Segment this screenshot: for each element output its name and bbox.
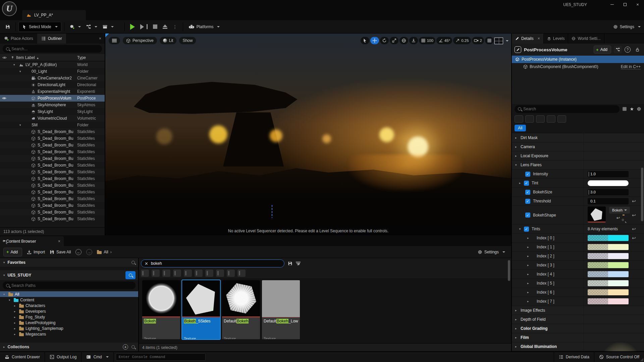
expander-icon[interactable]: ▾ <box>3 261 5 264</box>
checkbox[interactable]: ✓ <box>525 199 530 204</box>
filter-chip[interactable] <box>216 269 224 277</box>
details-section-header[interactable]: Dirt Mask <box>512 133 644 142</box>
tint-color-swatch[interactable] <box>588 180 629 186</box>
cinematics-dropdown[interactable] <box>100 22 116 32</box>
expander-icon[interactable]: ▸ <box>14 327 17 330</box>
expander-icon[interactable]: ▸ <box>3 345 5 349</box>
tint-color-swatch[interactable] <box>588 253 629 259</box>
expander-icon[interactable]: ▾ <box>9 298 12 302</box>
outliner-row[interactable]: S_Dead_Broom_Bu StaticMes <box>0 209 105 216</box>
details-section-header[interactable]: Camera <box>512 142 644 152</box>
details-section-header[interactable]: Global Illumination <box>512 342 644 351</box>
threshold-input[interactable]: 0.1 <box>588 198 629 204</box>
outliner-row[interactable]: SkyAtmosphere SkyAtmos <box>0 102 105 108</box>
play-options-button[interactable]: ⋮ <box>170 22 180 32</box>
source-control-button[interactable]: Source Control Off <box>594 352 644 362</box>
grid-snap-value[interactable]: 100 <box>427 39 433 43</box>
select-tool-button[interactable] <box>361 37 369 44</box>
property-row-bokehshape[interactable]: ✓ BokehShape Bokeh ↩ ↩ <box>512 206 644 225</box>
content-drawer-button[interactable]: Content Drawer <box>0 352 45 362</box>
all-filter-button[interactable]: All <box>515 125 526 131</box>
add-actor-dropdown[interactable] <box>67 22 84 32</box>
outliner-row[interactable]: S_Dead_Broom_Bu StaticMes <box>0 189 105 195</box>
rotation-snap-button[interactable]: 45° <box>436 37 452 44</box>
outliner-row[interactable]: S_Dead_Broom_Bu StaticMes <box>0 175 105 182</box>
tint-array-element[interactable]: ▸ Index [ 0 ] ↩ <box>512 234 644 243</box>
close-button[interactable]: × <box>631 0 644 9</box>
expander-icon[interactable]: ▾ <box>19 70 23 73</box>
expander-icon[interactable]: ▸ <box>14 321 17 324</box>
back-button[interactable]: ← <box>75 249 82 255</box>
bokehsize-input[interactable]: 3.0 <box>588 189 629 195</box>
category-chip[interactable] <box>557 115 566 123</box>
expander-icon[interactable] <box>515 136 519 139</box>
filter-chip[interactable] <box>195 269 203 277</box>
expander-icon[interactable]: ▸ <box>14 315 17 319</box>
scale-snap-button[interactable]: 0.25 <box>453 37 471 44</box>
expander-icon[interactable] <box>515 154 519 158</box>
tab-world-settings[interactable]: World Setti... <box>568 34 604 44</box>
expander-icon[interactable] <box>515 309 519 312</box>
scale-snap-value[interactable]: 0.25 <box>461 39 469 43</box>
outliner-row[interactable]: S_Dead_Broom_Bu StaticMes <box>0 195 105 202</box>
details-section-header[interactable]: Depth of Field <box>512 315 644 324</box>
asset-search-input[interactable]: ✕ <box>141 259 284 267</box>
folder-tree-item[interactable]: ▸ Megascans <box>0 331 138 337</box>
expander-icon[interactable]: ▾ <box>3 274 5 277</box>
tint-array-element[interactable]: ▸ Index [ 3 ] ↩ <box>512 261 644 270</box>
outliner-row[interactable]: SkyLight SkyLight <box>0 108 105 115</box>
menu-item[interactable] <box>23 4 26 5</box>
expander-icon[interactable]: ▸ <box>527 254 531 258</box>
help-icon[interactable]: ? <box>625 47 631 53</box>
checkbox[interactable]: ✓ <box>525 172 530 177</box>
import-button[interactable]: Import <box>27 250 45 254</box>
expander-icon[interactable]: ▸ <box>14 333 17 336</box>
search-assets-button[interactable] <box>125 271 136 279</box>
search-text[interactable] <box>151 261 281 266</box>
bokeh-shape-asset-dropdown[interactable]: Bokeh <box>609 207 630 214</box>
outliner-row[interactable]: ExponentialHeight Exponenti <box>0 88 105 95</box>
add-button[interactable]: +Add <box>3 248 22 256</box>
tab-levels[interactable]: Levels <box>544 34 569 44</box>
forward-button[interactable]: → <box>86 249 92 255</box>
details-scrollbar[interactable] <box>641 168 643 221</box>
use-selected-asset-icon[interactable]: ↩ <box>616 216 620 220</box>
expander-icon[interactable] <box>515 145 519 148</box>
expander-icon[interactable] <box>515 345 519 348</box>
folder-tree-item[interactable]: ▾ Content <box>0 297 138 303</box>
expander-icon[interactable] <box>515 327 519 330</box>
bokeh-shape-thumbnail[interactable] <box>588 206 606 223</box>
console-command-input[interactable]: Enter Console Command <box>116 353 206 361</box>
expander-icon[interactable]: ▸ <box>527 282 531 285</box>
folder-tree-item[interactable]: ▸ Characters <box>0 303 138 308</box>
menu-item[interactable] <box>49 4 52 5</box>
outliner-row[interactable]: S_Dead_Broom_Bu StaticMes <box>0 148 105 155</box>
folder-tree-item[interactable]: ▸ Developers <box>0 308 138 314</box>
details-section-header[interactable]: Local Exposure <box>512 152 644 161</box>
surface-snapping-button[interactable] <box>409 37 418 44</box>
property-row-tint[interactable]: ▸ ✓ Tint <box>512 179 644 188</box>
tint-array-element[interactable]: ▸ Index [ 7 ] ↩ <box>512 297 644 306</box>
level-viewport[interactable]: Perspective Lit Show 100 45° 0.25 2 No a… <box>105 34 511 235</box>
filter-icon[interactable] <box>296 262 301 265</box>
clear-search-icon[interactable]: ✕ <box>145 261 148 266</box>
world-local-toggle[interactable] <box>399 37 408 44</box>
settings-button[interactable]: Settings <box>613 24 641 29</box>
category-chip[interactable] <box>525 115 534 123</box>
content-browser-settings-button[interactable]: Settings <box>478 250 505 254</box>
outliner-row[interactable]: S_Dead_Broom_Bu StaticMes <box>0 202 105 209</box>
collections-header[interactable]: ▸ Collections + <box>0 343 138 351</box>
rotation-snap-value[interactable]: 45° <box>444 39 450 43</box>
expander-icon[interactable]: ▸ <box>527 273 531 276</box>
expander-icon[interactable]: ▸ <box>527 236 531 240</box>
category-chip[interactable] <box>536 115 545 123</box>
revert-icon[interactable]: ↩ <box>632 198 636 204</box>
filter-chip[interactable] <box>205 269 213 277</box>
close-icon[interactable]: × <box>538 36 540 41</box>
asset-grid-scrollbar[interactable] <box>508 260 510 281</box>
details-section-header[interactable]: Color Grading <box>512 324 644 333</box>
tint-color-swatch[interactable] <box>588 289 629 295</box>
search-paths-input[interactable]: Search Paths <box>3 282 136 289</box>
expander-icon[interactable]: ▸ <box>527 245 531 249</box>
breadcrumb[interactable]: All › <box>97 250 111 254</box>
